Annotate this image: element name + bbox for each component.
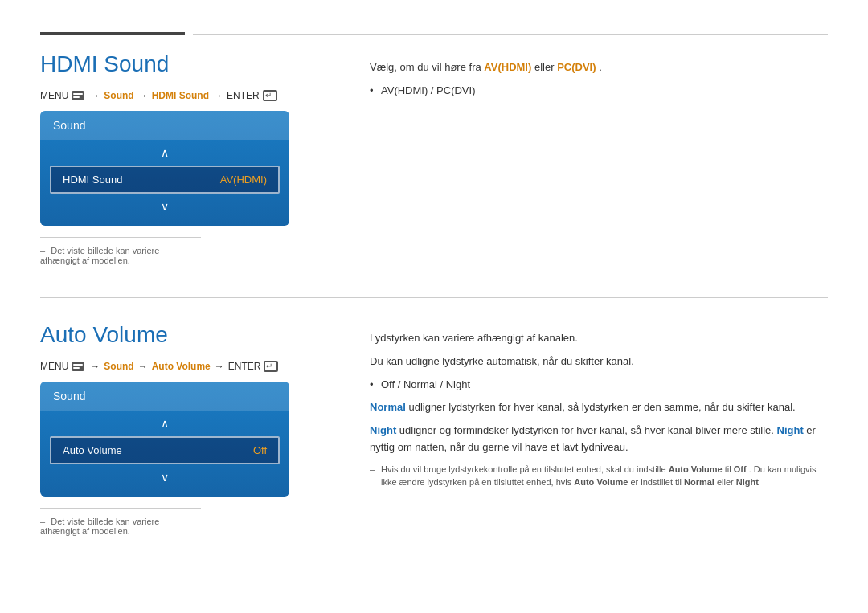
dash-auto: – bbox=[40, 517, 45, 526]
left-col-hdmi: HDMI Sound MENU → Sound → HDMI Sound → E… bbox=[40, 51, 338, 265]
image-note-text-auto: – Det viste billede kan variere afhængig… bbox=[40, 517, 201, 536]
bullet-text-hdmi: AV(HDMI) / PC(DVI) bbox=[381, 84, 475, 96]
section-divider bbox=[40, 297, 828, 298]
enter-icon-hdmi bbox=[263, 90, 277, 101]
tv-box-auto: Sound ∧ Auto Volume Off ∨ bbox=[40, 382, 289, 497]
menu-item1-hdmi: Sound bbox=[104, 90, 133, 101]
menu-item1-auto: Sound bbox=[104, 361, 133, 372]
page-container: HDMI Sound MENU → Sound → HDMI Sound → E… bbox=[0, 0, 868, 600]
right-col-auto: Lydstyrken kan variere afhængigt af kana… bbox=[370, 322, 828, 536]
arrow3-hdmi: → bbox=[213, 90, 223, 101]
footnote-text1: Hvis du vil bruge lydstyrkekontrolle på … bbox=[381, 464, 669, 474]
right-night-text: Night udligner og formindsker lydstyrken… bbox=[370, 423, 828, 456]
tv-box-item-auto: Auto Volume Off bbox=[50, 436, 280, 464]
menu-icon-hdmi bbox=[72, 91, 84, 100]
menu-icon-auto bbox=[72, 362, 84, 371]
two-col-hdmi: HDMI Sound MENU → Sound → HDMI Sound → E… bbox=[40, 51, 828, 265]
menu-item2-auto: Auto Volume bbox=[152, 361, 211, 372]
image-note-text-hdmi: – Det viste billede kan variere afhængig… bbox=[40, 246, 201, 265]
right-line2-auto: Du kan udligne lydstyrke automatisk, når… bbox=[370, 353, 828, 370]
image-note-auto: – Det viste billede kan variere afhængig… bbox=[40, 508, 201, 536]
arrow2-hdmi: → bbox=[138, 90, 148, 101]
footnote-auto: Hvis du vil bruge lydstyrkekontrolle på … bbox=[370, 463, 828, 489]
enter-label-hdmi: ENTER bbox=[227, 90, 260, 101]
bullet-item-auto: Off / Normal / Night bbox=[370, 377, 828, 394]
footnote-off: Off bbox=[734, 464, 747, 474]
image-note-hdmi: – Det viste billede kan variere afhængig… bbox=[40, 237, 201, 265]
section-hdmi-sound: HDMI Sound MENU → Sound → HDMI Sound → E… bbox=[40, 51, 828, 265]
footnote-auto2: Auto Volume bbox=[574, 477, 628, 487]
footnote-text2: til bbox=[725, 464, 734, 474]
enter-label-auto: ENTER bbox=[228, 361, 261, 372]
highlight1-hdmi: AV(HDMI) bbox=[484, 61, 531, 73]
section-auto-volume: Auto Volume MENU → Sound → Auto Volume →… bbox=[40, 322, 828, 536]
tv-box-up-arrow-hdmi: ∧ bbox=[40, 140, 289, 162]
top-rule bbox=[40, 32, 828, 35]
bullet-list-hdmi: AV(HDMI) / PC(DVI) bbox=[370, 83, 828, 100]
middle1-hdmi: eller bbox=[534, 61, 557, 73]
right-line1-auto: Lydstyrken kan variere afhængigt af kana… bbox=[370, 330, 828, 347]
arrow2-auto: → bbox=[138, 361, 148, 372]
menu-item2-hdmi: HDMI Sound bbox=[152, 90, 209, 101]
night-text1: udligner og formindsker lydstyrken for h… bbox=[399, 424, 777, 436]
right-col-hdmi: Vælg, om du vil høre fra AV(HDMI) eller … bbox=[370, 51, 828, 265]
two-col-auto: Auto Volume MENU → Sound → Auto Volume →… bbox=[40, 322, 828, 536]
tv-box-header-auto: Sound bbox=[40, 382, 289, 411]
night-label: Night bbox=[370, 424, 396, 436]
end1-hdmi: . bbox=[599, 61, 602, 73]
left-col-auto: Auto Volume MENU → Sound → Auto Volume →… bbox=[40, 322, 338, 536]
tv-box-item-value-auto: Off bbox=[253, 444, 267, 456]
enter-icon-auto bbox=[264, 361, 278, 372]
bullet-text-auto: Off / Normal / Night bbox=[381, 378, 470, 390]
right-intro-hdmi: Vælg, om du vil høre fra AV(HDMI) eller … bbox=[370, 59, 828, 76]
tv-box-item-value-hdmi: AV(HDMI) bbox=[220, 174, 267, 186]
menu-label-hdmi: MENU bbox=[40, 90, 68, 101]
tv-box-item-label-auto: Auto Volume bbox=[63, 444, 122, 456]
arrow1-hdmi: → bbox=[90, 90, 100, 101]
tv-box-header-hdmi: Sound bbox=[40, 111, 289, 140]
normal-text: udligner lydstyrken for hver kanal, så l… bbox=[408, 401, 795, 413]
footnote-night: Night bbox=[736, 477, 759, 487]
tv-box-item-label-hdmi: HDMI Sound bbox=[63, 174, 122, 186]
tv-box-down-arrow-auto: ∨ bbox=[40, 468, 289, 484]
section-title-hdmi: HDMI Sound bbox=[40, 51, 338, 77]
menu-path-auto: MENU → Sound → Auto Volume → ENTER bbox=[40, 361, 338, 372]
footnote-text5: eller bbox=[717, 477, 736, 487]
night-label2: Night bbox=[777, 424, 804, 436]
tv-box-up-arrow-auto: ∧ bbox=[40, 411, 289, 433]
tv-box-down-arrow-hdmi: ∨ bbox=[40, 197, 289, 213]
footnote-text4: er indstillet til bbox=[630, 477, 684, 487]
dash-hdmi: – bbox=[40, 246, 45, 255]
footnote-normal: Normal bbox=[684, 477, 714, 487]
bullet-item-hdmi: AV(HDMI) / PC(DVI) bbox=[370, 83, 828, 100]
tv-box-item-hdmi: HDMI Sound AV(HDMI) bbox=[50, 166, 280, 194]
image-note-content-hdmi: Det viste billede kan variere afhængigt … bbox=[40, 246, 159, 265]
footnote-auto1: Auto Volume bbox=[669, 464, 723, 474]
menu-path-hdmi: MENU → Sound → HDMI Sound → ENTER bbox=[40, 90, 338, 101]
intro-text-hdmi: Vælg, om du vil høre fra bbox=[370, 61, 481, 73]
right-normal-text: Normal udligner lydstyrken for hver kana… bbox=[370, 399, 828, 416]
tv-box-hdmi: Sound ∧ HDMI Sound AV(HDMI) ∨ bbox=[40, 111, 289, 226]
arrow1-auto: → bbox=[90, 361, 100, 372]
section-title-auto: Auto Volume bbox=[40, 322, 338, 348]
arrow3-auto: → bbox=[215, 361, 224, 372]
rule-thick bbox=[40, 32, 185, 35]
rule-thin bbox=[193, 34, 828, 35]
normal-label: Normal bbox=[370, 401, 406, 413]
highlight2-hdmi: PC(DVI) bbox=[557, 61, 596, 73]
menu-label-auto: MENU bbox=[40, 361, 68, 372]
image-note-content-auto: Det viste billede kan variere afhængigt … bbox=[40, 517, 159, 536]
bullet-list-auto: Off / Normal / Night bbox=[370, 377, 828, 394]
